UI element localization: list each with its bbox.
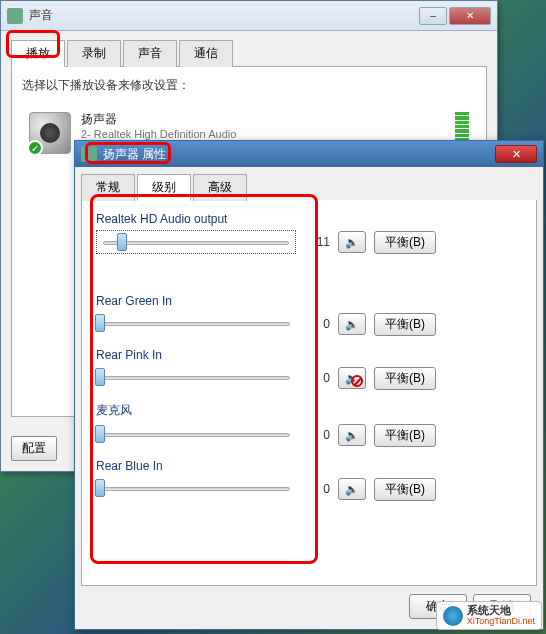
tab-communications[interactable]: 通信 <box>179 40 233 67</box>
volume-value: 11 <box>304 235 330 249</box>
volume-value: 0 <box>304 482 330 496</box>
volume-value: 0 <box>304 428 330 442</box>
sound-window-icon <box>7 8 23 24</box>
channel-row: 麦克风0🔈平衡(B) <box>96 402 522 447</box>
mute-button[interactable]: 🔈 <box>338 231 366 253</box>
channel-label: Rear Green In <box>96 294 522 308</box>
volume-value: 0 <box>304 371 330 385</box>
props-window-icon <box>81 146 97 162</box>
channel-label: Rear Pink In <box>96 348 522 362</box>
sound-titlebar[interactable]: 声音 – ✕ <box>1 1 497 31</box>
levels-pane: Realtek HD Audio output11🔈平衡(B)Rear Gree… <box>81 200 537 586</box>
playback-instruction: 选择以下播放设备来修改设置： <box>22 77 476 94</box>
configure-button[interactable]: 配置 <box>11 436 57 461</box>
channel-label: Realtek HD Audio output <box>96 212 522 226</box>
volume-slider[interactable] <box>96 477 296 501</box>
mute-button[interactable]: 🔈 <box>338 424 366 446</box>
balance-button[interactable]: 平衡(B) <box>374 478 436 501</box>
close-button[interactable]: ✕ <box>449 7 491 25</box>
watermark: 系统天地 XiTongTianDi.net <box>436 601 542 630</box>
volume-value: 0 <box>304 317 330 331</box>
device-name: 扬声器 <box>81 111 445 128</box>
watermark-url: XiTongTianDi.net <box>467 616 535 626</box>
watermark-name: 系统天地 <box>467 605 535 616</box>
props-tabstrip: 常规 级别 高级 <box>81 173 537 200</box>
channel-row: Rear Blue In0🔈平衡(B) <box>96 459 522 501</box>
balance-button[interactable]: 平衡(B) <box>374 424 436 447</box>
tab-levels[interactable]: 级别 <box>137 174 191 201</box>
device-driver: 2- Realtek High Definition Audio <box>81 128 445 140</box>
channel-row: Rear Pink In0🔈平衡(B) <box>96 348 522 390</box>
channel-label: Rear Blue In <box>96 459 522 473</box>
props-titlebar[interactable]: 扬声器 属性 ✕ <box>75 141 543 167</box>
volume-slider[interactable] <box>96 366 296 390</box>
mute-button[interactable]: 🔈 <box>338 367 366 389</box>
balance-button[interactable]: 平衡(B) <box>374 367 436 390</box>
tab-advanced[interactable]: 高级 <box>193 174 247 201</box>
tab-sounds[interactable]: 声音 <box>123 40 177 67</box>
speaker-properties-dialog: 扬声器 属性 ✕ 常规 级别 高级 Realtek HD Audio outpu… <box>74 140 544 630</box>
tab-general[interactable]: 常规 <box>81 174 135 201</box>
volume-slider[interactable] <box>96 230 296 254</box>
sound-tabstrip: 播放 录制 声音 通信 <box>11 39 487 67</box>
volume-slider[interactable] <box>96 423 296 447</box>
mute-button[interactable]: 🔈 <box>338 313 366 335</box>
default-check-icon: ✓ <box>27 140 43 156</box>
balance-button[interactable]: 平衡(B) <box>374 231 436 254</box>
tab-recording[interactable]: 录制 <box>67 40 121 67</box>
props-close-button[interactable]: ✕ <box>495 145 537 163</box>
sound-title: 声音 <box>29 7 419 24</box>
channel-row: Realtek HD Audio output11🔈平衡(B) <box>96 212 522 254</box>
props-title: 扬声器 属性 <box>103 146 495 163</box>
watermark-icon <box>443 606 463 626</box>
tab-playback[interactable]: 播放 <box>11 40 65 67</box>
mute-button[interactable]: 🔈 <box>338 478 366 500</box>
channel-label: 麦克风 <box>96 402 522 419</box>
volume-slider[interactable] <box>96 312 296 336</box>
channel-row: Rear Green In0🔈平衡(B) <box>96 294 522 336</box>
minimize-button[interactable]: – <box>419 7 447 25</box>
balance-button[interactable]: 平衡(B) <box>374 313 436 336</box>
